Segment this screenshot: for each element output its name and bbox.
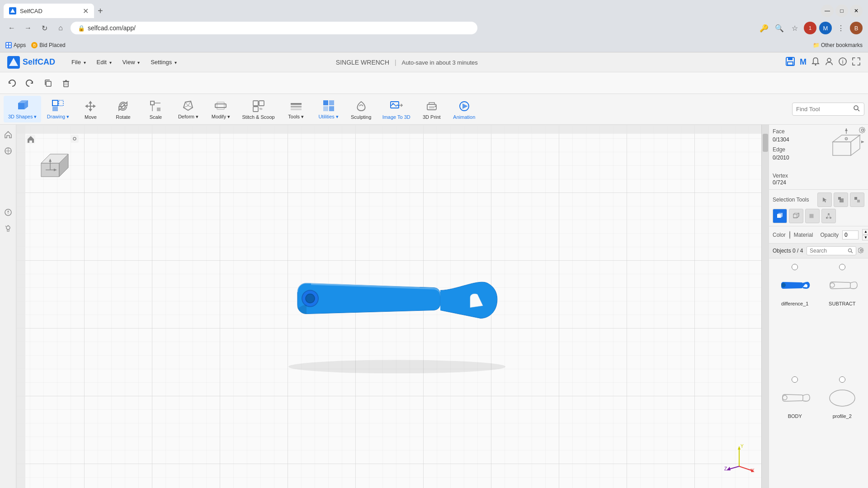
object-subtract-radio[interactable] (839, 264, 845, 270)
menu-file[interactable]: File ▾ (66, 57, 91, 67)
save-button[interactable] (785, 56, 795, 68)
objects-search-input[interactable] (810, 248, 846, 254)
tool-drawing[interactable]: Drawing ▾ (42, 96, 74, 122)
membership-button[interactable]: M (800, 57, 807, 67)
profile-button-b[interactable]: B (850, 22, 863, 34)
object-profile-2-radio[interactable] (839, 376, 845, 383)
svg-point-45 (854, 106, 858, 110)
bookmark-bid-placed[interactable]: B Bid Placed (31, 42, 65, 48)
home-button[interactable]: ⌂ (54, 22, 67, 34)
face-value: 0/1304 (773, 136, 789, 143)
opacity-decrease-button[interactable]: ▼ (862, 235, 868, 240)
orientation-button[interactable] (2, 145, 14, 157)
tool-move[interactable]: Move (75, 96, 106, 122)
compass-button[interactable] (2, 206, 14, 219)
select-solid-button[interactable] (773, 209, 787, 223)
close-window-button[interactable]: ✕ (850, 5, 863, 17)
home-view-button[interactable] (2, 128, 14, 141)
find-tool-box (792, 103, 864, 116)
tool-deform[interactable]: Deform ▾ (172, 96, 204, 122)
address-bar[interactable]: 🔒 selfcad.com/app/ (71, 22, 477, 34)
tool-3d-shapes[interactable]: 3D Shapes ▾ (4, 96, 41, 122)
select-vertex-button[interactable] (821, 209, 836, 223)
password-icon[interactable]: 🔑 (758, 22, 770, 34)
select-face-button[interactable] (805, 209, 820, 223)
browser-tab[interactable]: SelfCAD ✕ (4, 4, 94, 18)
svg-rect-4 (9, 46, 11, 47)
scrollbar-thumb[interactable] (763, 134, 768, 152)
object-difference-1[interactable]: difference_1 (772, 261, 818, 373)
orientation-cube[interactable] (25, 134, 80, 189)
object-body[interactable]: BODY (772, 374, 818, 485)
objects-settings-button[interactable] (858, 247, 864, 255)
profile-button-m[interactable]: M (819, 22, 832, 34)
select-wireframe-button[interactable] (789, 209, 803, 223)
profile-button-1[interactable]: 1 (804, 22, 816, 34)
reload-button[interactable]: ↻ (38, 22, 51, 34)
copy-button[interactable] (40, 75, 56, 91)
color-swatch[interactable] (789, 231, 790, 239)
tool-drawing-icon (51, 99, 65, 113)
fullscreen-button[interactable] (852, 57, 861, 68)
new-tab-button[interactable]: + (94, 6, 107, 16)
wrench-model[interactable] (275, 238, 510, 375)
object-body-radio[interactable] (792, 376, 798, 383)
other-bookmarks[interactable]: 📁 Other bookmarks (813, 42, 863, 48)
objects-search-icon[interactable] (848, 248, 853, 253)
tool-tools[interactable]: Tools ▾ (280, 96, 312, 122)
bookmark-apps[interactable]: Apps (5, 42, 26, 48)
menu-view[interactable]: View ▾ (117, 57, 146, 67)
tool-image-to-3d[interactable]: Image To 3D (378, 96, 415, 122)
svg-rect-19 (18, 103, 24, 109)
panel-settings-gear[interactable] (859, 127, 866, 135)
account-button[interactable] (825, 57, 834, 68)
tool-stitch-scoop[interactable]: Stitch & Scoop (237, 96, 279, 122)
find-tool-input[interactable] (796, 106, 850, 113)
bookmark-apps-label: Apps (14, 42, 26, 48)
forward-button[interactable]: → (22, 22, 34, 34)
menu-settings[interactable]: Settings ▾ (145, 57, 182, 67)
tool-animation[interactable]: Animation (448, 96, 480, 122)
notifications-button[interactable] (811, 57, 820, 68)
canvas-area[interactable]: Y X Z (16, 125, 769, 488)
select-cursor-button[interactable] (817, 192, 832, 207)
svg-rect-15 (64, 82, 68, 87)
zoom-button[interactable]: 🔍 (773, 22, 786, 34)
svg-marker-79 (845, 128, 848, 131)
back-button[interactable]: ← (5, 22, 18, 34)
object-profile-2[interactable]: profile_2 (819, 374, 866, 485)
select-multi-button[interactable] (850, 192, 864, 207)
svg-line-92 (827, 214, 829, 218)
tab-close-button[interactable]: ✕ (83, 7, 89, 15)
delete-button[interactable] (58, 75, 74, 91)
svg-rect-8 (788, 57, 793, 60)
undo-button[interactable] (4, 75, 20, 91)
object-subtract[interactable]: SUBTRACT (819, 261, 866, 373)
maximize-button[interactable]: □ (835, 5, 848, 17)
select-box-button[interactable] (834, 192, 848, 207)
tool-scale[interactable]: Scale (140, 96, 171, 122)
tool-modify[interactable]: Modify ▾ (205, 96, 236, 122)
tool-deform-icon (181, 99, 195, 113)
svg-text:X: X (751, 468, 755, 473)
tool-rotate[interactable]: Rotate (107, 96, 139, 122)
opacity-input[interactable] (842, 230, 859, 239)
light-button[interactable] (2, 222, 14, 235)
svg-marker-75 (726, 467, 731, 470)
selfcad-logo-text: SelfCAD (23, 57, 55, 67)
object-difference-1-radio[interactable] (792, 264, 798, 270)
opacity-increase-button[interactable]: ▲ (862, 229, 868, 235)
tool-utilities[interactable]: Utilities ▾ (313, 96, 344, 122)
redo-button[interactable] (22, 75, 38, 91)
vertical-scrollbar[interactable] (761, 125, 769, 488)
bookmark-star-button[interactable]: ☆ (788, 22, 801, 34)
find-tool-search-icon[interactable] (853, 105, 860, 113)
tool-sculpting[interactable]: Sculpting (345, 96, 377, 122)
minimize-button[interactable]: — (821, 5, 834, 17)
svg-rect-30 (259, 101, 264, 106)
document-title-area: SINGLE WRENCH | Auto-save in about 3 min… (336, 59, 478, 66)
help-button[interactable]: i (838, 57, 847, 68)
menu-edit[interactable]: Edit ▾ (91, 57, 117, 67)
tool-3d-print[interactable]: 3D Print (416, 96, 448, 122)
more-button[interactable]: ⋮ (835, 22, 847, 34)
